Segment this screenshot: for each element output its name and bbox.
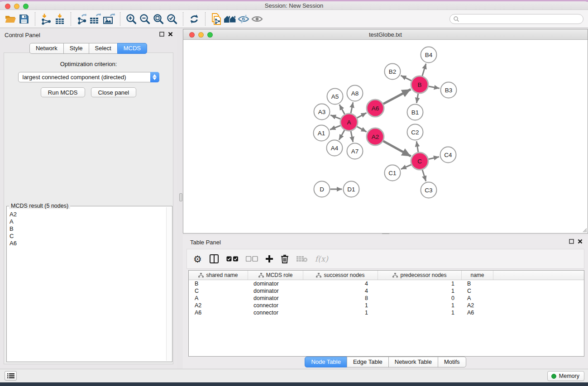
graph-node-A6[interactable]: A6 [367, 100, 384, 117]
graph-edge-A-A3[interactable] [330, 115, 340, 119]
table-row[interactable]: A2connector11A2 [189, 302, 584, 309]
birdseye-button[interactable] [250, 11, 264, 27]
float-panel-icon[interactable] [569, 239, 574, 244]
float-panel-icon[interactable] [159, 32, 164, 37]
table-tab-motifs[interactable]: Motifs [438, 357, 466, 367]
add-row-button[interactable] [265, 252, 273, 266]
graph-node-A3[interactable]: A3 [314, 104, 330, 120]
table-tab-node-table[interactable]: Node Table [305, 357, 347, 367]
table-row[interactable]: Cdominator41C [189, 287, 584, 295]
graph-edge-A-A6[interactable] [357, 113, 367, 118]
graph-node-C2[interactable]: C2 [407, 124, 423, 140]
graph-node-B1[interactable]: B1 [407, 105, 423, 120]
table-tab-network-table[interactable]: Network Table [388, 357, 438, 367]
export-table-button[interactable] [89, 11, 102, 27]
graph-node-B4[interactable]: B4 [421, 47, 437, 63]
mcds-result-list[interactable]: A2ABCA6 [8, 211, 165, 360]
graph-edge-B-B1[interactable] [416, 94, 418, 103]
zoom-fit-button[interactable] [152, 11, 165, 27]
graph-node-D[interactable]: D [314, 181, 330, 197]
close-panel-button[interactable]: Close panel [91, 87, 137, 97]
graph-node-C1[interactable]: C1 [385, 165, 401, 181]
column-header-shared-name[interactable]: shared name [189, 271, 248, 280]
graph-edge-A6-B[interactable] [383, 89, 411, 104]
show-columns-button[interactable] [209, 252, 219, 266]
column-header-predecessor-nodes[interactable]: predecessor nodes [378, 271, 462, 280]
graph-node-A2[interactable]: A2 [367, 128, 384, 145]
run-mcds-button[interactable]: Run MCDS [41, 87, 85, 97]
column-header-mcds-role[interactable]: MCDS role [248, 271, 303, 280]
graph-edge-A2-C[interactable] [383, 141, 411, 157]
task-history-button[interactable] [5, 371, 17, 381]
graph-node-C3[interactable]: C3 [421, 182, 437, 198]
graph-node-B2[interactable]: B2 [385, 64, 401, 80]
table-row[interactable]: Bdominator41B [189, 280, 584, 287]
table-row[interactable]: Adominator80A [189, 295, 584, 302]
export-network-button[interactable] [75, 11, 89, 27]
graph-node-A7[interactable]: A7 [347, 143, 363, 159]
graph-edge-C-C4[interactable] [429, 157, 439, 159]
memory-button[interactable]: Memory [547, 371, 584, 381]
graph-node-A4[interactable]: A4 [327, 140, 343, 156]
graph-node-A1[interactable]: A1 [314, 125, 330, 141]
save-session-button[interactable] [17, 11, 31, 27]
graph-node-C4[interactable]: C4 [440, 147, 456, 163]
graph-node-A5[interactable]: A5 [327, 89, 343, 105]
zoom-in-button[interactable] [124, 11, 138, 27]
graph-edge-C-C3[interactable] [422, 170, 426, 181]
graph-edge-C-C1[interactable] [401, 165, 411, 169]
import-network-button[interactable] [39, 11, 53, 27]
delete-row-button[interactable] [281, 252, 289, 266]
close-panel-icon[interactable] [578, 239, 583, 244]
result-item[interactable]: B [8, 225, 165, 233]
graph-node-B3[interactable]: B3 [441, 82, 457, 98]
zoom-out-button[interactable] [138, 11, 152, 27]
graph-node-C[interactable]: C [411, 152, 428, 170]
function-builder-button[interactable]: f(x) [315, 252, 328, 266]
column-header-successor-nodes[interactable]: successor nodes [303, 271, 378, 280]
graph-edge-A-A5[interactable] [339, 105, 345, 114]
network-canvas[interactable]: AA1A2A3A4A5A6A7A8BB1B2B3B4CC1C2C3C4DD1 [183, 40, 588, 233]
table-row[interactable]: A6connector11A6 [189, 309, 584, 316]
delete-table-button[interactable] [296, 252, 308, 266]
tab-style[interactable]: Style [63, 43, 89, 54]
open-session-button[interactable] [4, 11, 17, 27]
result-item[interactable]: C [8, 233, 165, 240]
close-panel-icon[interactable] [168, 32, 173, 37]
result-scrollbar[interactable] [166, 207, 171, 361]
graph-edge-A-A7[interactable] [351, 131, 353, 142]
import-table-button[interactable] [53, 11, 67, 27]
graph-edge-A-A1[interactable] [330, 125, 340, 129]
graph-edge-A-A2[interactable] [357, 127, 367, 132]
optimization-dropdown[interactable]: largest connected component (directed) [18, 72, 159, 82]
graph-node-A[interactable]: A [340, 114, 358, 131]
graph-edge-A-A8[interactable] [351, 102, 353, 113]
zoom-selected-button[interactable] [165, 11, 179, 27]
result-item[interactable]: A2 [8, 211, 165, 218]
tab-mcds[interactable]: MCDS [117, 43, 147, 54]
graph-node-A8[interactable]: A8 [347, 86, 363, 101]
vertical-splitter-handle[interactable] [179, 193, 182, 201]
table-settings-button[interactable]: ⚙ [193, 252, 202, 266]
tab-select[interactable]: Select [89, 43, 118, 54]
resize-grip[interactable] [581, 227, 587, 233]
graph-edge-C-C2[interactable] [416, 141, 418, 152]
result-item[interactable]: A6 [8, 240, 165, 247]
clone-network-button[interactable] [210, 11, 223, 27]
search-input[interactable] [449, 14, 583, 24]
select-all-button[interactable] [226, 252, 239, 266]
deselect-all-button[interactable] [246, 252, 258, 266]
table-tab-edge-table[interactable]: Edge Table [347, 357, 389, 367]
graph-edge-A-A4[interactable] [339, 130, 344, 140]
export-image-button[interactable] [102, 11, 116, 27]
graph-edge-B-B3[interactable] [429, 86, 440, 89]
graphics-details-button[interactable] [237, 11, 250, 27]
refresh-button[interactable] [187, 11, 201, 27]
column-header-name[interactable]: name [462, 271, 493, 280]
tab-network[interactable]: Network [29, 43, 64, 54]
graph-edge-B-B2[interactable] [401, 76, 411, 81]
houses-button[interactable] [223, 11, 237, 27]
graph-node-D1[interactable]: D1 [344, 181, 359, 197]
result-item[interactable]: A [8, 218, 165, 225]
graph-edge-B-B4[interactable] [422, 64, 426, 76]
